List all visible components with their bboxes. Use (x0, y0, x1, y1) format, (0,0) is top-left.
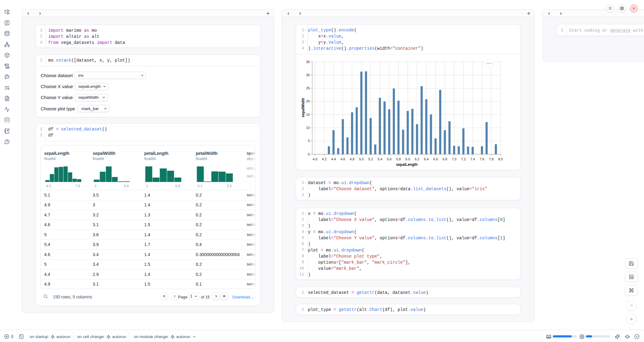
svg-text:5.2: 5.2 (368, 157, 373, 161)
svg-text:5: 5 (308, 139, 310, 143)
svg-text:7.8: 7.8 (489, 157, 493, 161)
svg-text:35: 35 (306, 60, 310, 64)
svg-text:7.2: 7.2 (461, 157, 466, 161)
svg-text:5.6: 5.6 (387, 157, 392, 161)
svg-text:4.8: 4.8 (350, 157, 354, 161)
svg-text:5.8: 5.8 (396, 157, 401, 161)
svg-text:6.6: 6.6 (433, 157, 438, 161)
svg-text:4.4: 4.4 (331, 157, 336, 161)
svg-text:25: 25 (306, 86, 310, 90)
svg-text:5.0: 5.0 (359, 157, 363, 161)
svg-text:4.2: 4.2 (322, 157, 327, 161)
svg-text:8.0: 8.0 (498, 157, 503, 161)
svg-text:6.0: 6.0 (406, 157, 410, 161)
svg-text:4.0: 4.0 (313, 157, 317, 161)
svg-text:4.6: 4.6 (341, 157, 345, 161)
svg-text:15: 15 (306, 113, 310, 116)
svg-text:7.4: 7.4 (470, 157, 475, 161)
svg-text:0: 0 (308, 152, 310, 156)
svg-text:6.4: 6.4 (424, 157, 428, 161)
svg-text:6.2: 6.2 (415, 157, 419, 161)
svg-text:30: 30 (306, 73, 310, 77)
svg-text:7.0: 7.0 (452, 157, 456, 161)
svg-text:6.8: 6.8 (442, 157, 447, 161)
svg-text:20: 20 (306, 99, 310, 103)
svg-text:10: 10 (306, 126, 310, 130)
svg-text:5.4: 5.4 (377, 157, 382, 161)
svg-text:sepalWidth: sepalWidth (301, 98, 305, 117)
svg-text:7.6: 7.6 (480, 157, 484, 161)
svg-text:sepalLength: sepalLength (396, 162, 418, 167)
